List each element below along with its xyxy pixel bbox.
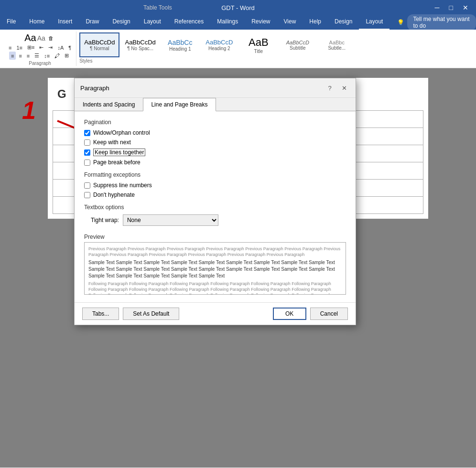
ribbon-group-font: Aa Aa 🗑 ≡ 1≡ ⊞≡ ⇤ ⇥ ↕A ¶ ≡ ≡ ≡ ☰ ↕≡ 🖍 ⊞ …: [4, 32, 76, 66]
suppress-label[interactable]: Suppress line numbers: [93, 182, 152, 189]
maximize-btn[interactable]: □: [445, 3, 457, 12]
dialog-titlebar: Paragraph ? ✕: [75, 78, 356, 98]
minimize-btn[interactable]: ─: [431, 3, 444, 12]
font-size-aa: Aa: [24, 32, 36, 43]
align-center-btn[interactable]: ≡: [17, 52, 23, 60]
widow-orphan-row: Widow/Orphan control: [84, 129, 346, 136]
preview-label: Preview: [84, 234, 346, 240]
tab-insert[interactable]: Insert: [51, 15, 79, 30]
pilcrow-btn[interactable]: ¶: [66, 43, 73, 52]
ok-btn[interactable]: OK: [273, 308, 306, 320]
style-subtitle-label: Subtitle: [283, 45, 313, 51]
style-normal-label: ¶ Normal: [84, 46, 115, 51]
suppress-checkbox[interactable]: [84, 182, 90, 189]
style-title-label: Title: [244, 49, 273, 54]
dont-hyphenate-row: Don't hyphenate: [84, 191, 346, 198]
tab-design[interactable]: Design: [106, 15, 137, 30]
style-no-space[interactable]: AaBbCcDd ¶ No Spac...: [120, 32, 160, 57]
paragraph-dialog: Paragraph ? ✕ Indents and Spacing Line a…: [74, 78, 356, 325]
align-right-btn[interactable]: ≡: [25, 52, 32, 60]
eraser-btn[interactable]: 🗑: [46, 34, 55, 42]
tab-home[interactable]: Home: [22, 15, 51, 30]
pagination-label: Pagination: [84, 119, 346, 126]
increase-indent-btn[interactable]: ⇥: [46, 43, 54, 52]
formatting-label: Formatting exceptions: [84, 171, 346, 178]
style-h1-label: Heading 1: [165, 46, 195, 52]
preview-prev-para: Previous Paragraph Previous Paragraph Pr…: [88, 246, 342, 257]
style-normal-preview: AaBbCcDd: [84, 39, 115, 46]
decrease-indent-btn[interactable]: ⇤: [37, 43, 45, 52]
style-h1-preview: AaBbCc: [165, 39, 195, 46]
font-size-aa-small: Aa: [37, 34, 45, 42]
style-heading2[interactable]: AaBbCcD Heading 2: [200, 32, 238, 57]
style-subtle-preview: AaBbc: [322, 40, 352, 45]
tab-references[interactable]: References: [168, 15, 210, 30]
bullets-btn[interactable]: ≡: [7, 43, 13, 52]
align-left-btn[interactable]: ≡: [9, 52, 16, 60]
paragraph-label: Paragraph: [29, 61, 51, 66]
page-break-label[interactable]: Page break before: [93, 159, 141, 166]
style-title[interactable]: AaB Title: [239, 32, 278, 57]
dont-hyphenate-checkbox[interactable]: [84, 192, 90, 198]
dialog-footer: Tabs... Set As Default OK Cancel: [75, 302, 356, 325]
set-default-btn[interactable]: Set As Default: [123, 308, 179, 320]
page-break-checkbox[interactable]: [84, 160, 90, 166]
tab-help[interactable]: Help: [303, 15, 328, 30]
style-heading1[interactable]: AaBbCc Heading 1: [161, 32, 199, 57]
app-title: GDT - Word: [221, 4, 255, 11]
dialog-help-btn[interactable]: ?: [324, 82, 335, 94]
numbering-btn[interactable]: 1≡: [14, 43, 24, 52]
widow-orphan-label[interactable]: Widow/Orphan control: [93, 129, 150, 136]
suppress-row: Suppress line numbers: [84, 182, 346, 189]
title-bar: Table Tools GDT - Word ─ □ ✕: [0, 0, 476, 15]
tight-wrap-select[interactable]: None First and last paragraphs First par…: [123, 214, 218, 226]
tell-me-box[interactable]: Tell me what you want to do: [407, 14, 476, 31]
tab-mailings[interactable]: Mailings: [210, 15, 245, 30]
keep-lines-checkbox[interactable]: [84, 149, 90, 156]
keep-next-label[interactable]: Keep with next: [93, 139, 131, 146]
tab-review[interactable]: Review: [245, 15, 277, 30]
preview-section: Preview Previous Paragraph Previous Para…: [84, 234, 346, 295]
style-h2-label: Heading 2: [205, 46, 234, 51]
styles-label: Styles: [79, 58, 92, 64]
style-h2-preview: AaBbCcD: [205, 39, 234, 46]
borders-btn[interactable]: ⊞: [63, 52, 71, 60]
ribbon-group-styles: AaBbCcDd ¶ Normal AaBbCcDd ¶ No Spac... …: [76, 32, 472, 64]
keep-lines-label[interactable]: Keep lines together: [93, 149, 145, 156]
tab-draw[interactable]: Draw: [79, 15, 106, 30]
tab-table-layout[interactable]: Layout: [359, 15, 389, 30]
style-no-space-label: ¶ No Spac...: [125, 46, 155, 51]
keep-next-row: Keep with next: [84, 139, 346, 146]
style-title-preview: AaB: [244, 36, 273, 49]
style-subtle-label: Subtle...: [322, 45, 352, 51]
widow-orphan-checkbox[interactable]: [84, 130, 90, 136]
dialog-tabs: Indents and Spacing Line and Page Breaks: [75, 98, 356, 111]
tight-wrap-label: Tight wrap:: [91, 217, 119, 223]
annotation-1: 1: [22, 96, 36, 125]
page-break-row: Page break before: [84, 159, 346, 166]
justify-btn[interactable]: ☰: [32, 52, 41, 60]
style-subtle[interactable]: AaBbc Subtle...: [318, 32, 356, 57]
tab-line-page-breaks[interactable]: Line and Page Breaks: [143, 98, 216, 111]
keep-next-checkbox[interactable]: [84, 139, 90, 146]
multilevel-btn[interactable]: ⊞≡: [25, 43, 36, 52]
style-normal[interactable]: AaBbCcDd ¶ Normal: [79, 32, 119, 57]
cancel-btn[interactable]: Cancel: [310, 308, 348, 320]
tab-layout[interactable]: Layout: [137, 15, 168, 30]
ribbon-content: Aa Aa 🗑 ≡ 1≡ ⊞≡ ⇤ ⇥ ↕A ¶ ≡ ≡ ≡ ☰ ↕≡ 🖍 ⊞ …: [0, 30, 476, 68]
dialog-close-btn[interactable]: ✕: [338, 82, 350, 94]
sort-btn[interactable]: ↕A: [55, 43, 65, 52]
highlight-btn[interactable]: 🖍: [53, 52, 62, 60]
dont-hyphenate-label[interactable]: Don't hyphenate: [93, 191, 135, 198]
textbox-label: Textbox options: [84, 204, 346, 211]
tab-view[interactable]: View: [277, 15, 303, 30]
window-close-btn[interactable]: ✕: [459, 3, 472, 12]
tab-table-design[interactable]: Design: [328, 15, 359, 30]
tab-file[interactable]: File: [0, 15, 22, 30]
preview-box: Previous Paragraph Previous Paragraph Pr…: [84, 242, 346, 295]
tab-indents-spacing[interactable]: Indents and Spacing: [75, 98, 143, 111]
styles-area: AaBbCcDd ¶ Normal AaBbCcDd ¶ No Spac... …: [79, 32, 469, 57]
style-subtitle[interactable]: AaBbCcD Subtitle: [279, 32, 317, 57]
line-spacing-btn[interactable]: ↕≡: [42, 52, 52, 60]
tabs-btn[interactable]: Tabs...: [82, 308, 119, 320]
